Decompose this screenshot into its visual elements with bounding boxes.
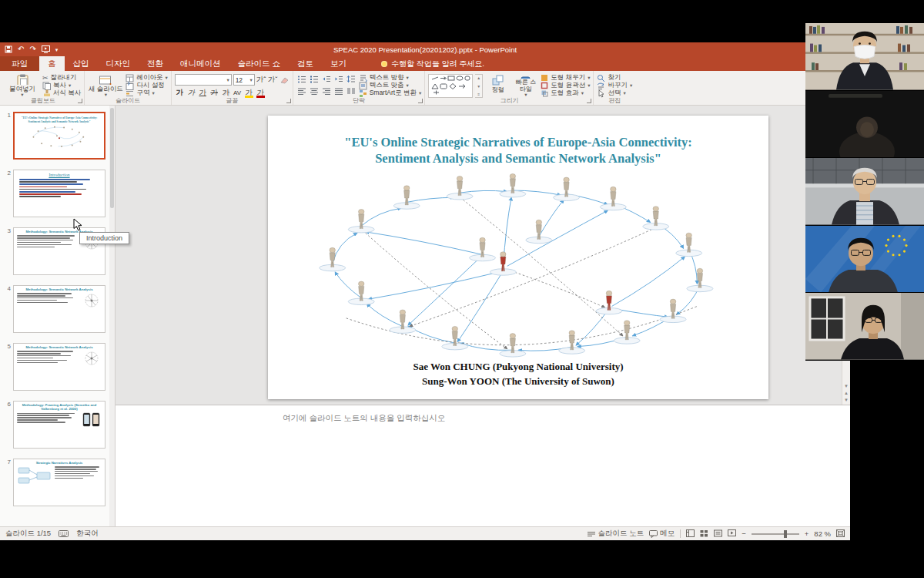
participant-4-webcam xyxy=(805,226,924,293)
slide-thumbnail-1[interactable]: 1 "EU's Online Strategic Narratives of E… xyxy=(3,112,105,160)
tell-me-label: 수행할 작업을 알려 주세요. xyxy=(391,59,484,69)
slide-authors: Sae Won CHUNG (Pukyong National Universi… xyxy=(268,360,768,389)
comments-button[interactable]: 메모 xyxy=(649,529,675,539)
quick-styles-button[interactable]: 빠른 스타일▾ xyxy=(513,72,538,96)
tab-home[interactable]: 홈 xyxy=(39,56,65,71)
save-icon[interactable] xyxy=(5,45,12,53)
ribbon: 붙여넣기▾ ✂잘라내기 복사▾ 서식 복사 클립보드 새 슬라이드▾ 레이아웃▾… xyxy=(0,71,850,106)
clear-format-button[interactable] xyxy=(280,75,290,85)
shape-outline-icon xyxy=(541,82,548,89)
thumbnail-scrollbar[interactable] xyxy=(109,106,115,526)
participant-video-4[interactable] xyxy=(805,226,924,294)
font-dialog-launcher[interactable] xyxy=(286,99,291,103)
notes-toggle-button[interactable]: 슬라이드 노트 xyxy=(587,529,644,539)
tab-design[interactable]: 디자인 xyxy=(98,56,139,71)
editing-group: 찾기 바꾸기▾ 선택▾ 편집 xyxy=(594,71,635,105)
zoom-in-button[interactable]: + xyxy=(805,529,809,538)
new-slide-button[interactable]: 새 슬라이드▾ xyxy=(88,72,123,96)
clipboard-group: 붙여넣기▾ ✂잘라내기 복사▾ 서식 복사 클립보드 xyxy=(2,71,85,105)
slide-editing-area[interactable]: "EU's Online Strategic Narratives of Eur… xyxy=(268,116,768,399)
mini-network-blob xyxy=(82,292,102,309)
zoom-out-button[interactable]: − xyxy=(742,529,746,538)
shape-gallery-scroll[interactable]: ▲▼≡ xyxy=(475,74,483,98)
slide-canvas: "EU's Online Strategic Narratives of Eur… xyxy=(116,106,850,405)
notes-pane[interactable]: 여기에 슬라이드 노트의 내용을 입력하십시오 xyxy=(116,405,850,526)
mouse-cursor xyxy=(73,218,82,232)
paragraph-dialog-launcher[interactable] xyxy=(418,99,423,103)
font-name-combo[interactable]: ▾ xyxy=(175,74,232,86)
fit-to-window-button[interactable] xyxy=(836,529,845,539)
slide-thumbnail-2[interactable]: 2 Introduction xyxy=(3,170,105,217)
align-right-button[interactable] xyxy=(321,86,332,96)
zoom-slider-thumb[interactable] xyxy=(784,530,787,538)
participant-video-1[interactable] xyxy=(805,23,924,91)
thumbnail-tooltip: Introduction xyxy=(79,232,129,244)
tab-view[interactable]: 보기 xyxy=(322,56,355,71)
tab-insert[interactable]: 삽입 xyxy=(65,56,98,71)
paste-button[interactable]: 붙여넣기▾ xyxy=(5,72,40,96)
thumbnail-number: 2 xyxy=(3,170,11,217)
font-group-label: 글꼴 xyxy=(172,96,293,105)
clipboard-dialog-launcher[interactable] xyxy=(78,99,82,103)
font-size-combo[interactable]: 12▾ xyxy=(233,74,255,86)
bullets-button[interactable] xyxy=(296,74,307,84)
text-lines xyxy=(17,350,79,363)
zoom-percent[interactable]: 82 % xyxy=(814,529,831,538)
align-left-button[interactable] xyxy=(296,86,307,96)
tab-animations[interactable]: 애니메이션 xyxy=(172,56,229,71)
thumbnail-number: 1 xyxy=(3,112,11,160)
slide-thumbnail-6[interactable]: 6 Methodology: Framing Analysis (Semetko… xyxy=(3,401,105,449)
arrange-button[interactable]: 정렬 xyxy=(485,72,511,96)
tab-transitions[interactable]: 전환 xyxy=(139,56,172,71)
text-lines xyxy=(17,292,79,303)
scroll-down-icon[interactable]: ▼ xyxy=(844,384,849,388)
participant-video-5[interactable] xyxy=(805,293,924,361)
slide-thumbnail-4[interactable]: 4 Methodology: Semantic Network Analysis xyxy=(3,285,105,333)
align-center-button[interactable] xyxy=(309,86,320,96)
slide-sorter-view-button[interactable] xyxy=(700,529,708,539)
numbering-button[interactable] xyxy=(309,74,320,84)
grow-font-button[interactable]: 가ˆ xyxy=(256,75,266,85)
shrink-font-button[interactable]: 가ˇ xyxy=(268,75,278,85)
drawing-dialog-launcher[interactable] xyxy=(587,99,591,103)
font-group: ▾ 12▾ 가ˆ 가ˇ 가 가 가 가 가 AV 가 가 xyxy=(172,71,293,105)
slide-thumbnail-7[interactable]: 7 Strategic Narratives Analysis xyxy=(3,459,105,506)
lightbulb-icon xyxy=(381,61,387,67)
slideshow-view-button[interactable] xyxy=(728,529,736,539)
powerpoint-window: ↶ ↷ ▾ SPEAC 2020 Presentation(20201202).… xyxy=(0,42,850,540)
next-slide-icon[interactable]: ▼ xyxy=(844,398,849,402)
participant-5-webcam xyxy=(805,293,924,360)
tab-slideshow[interactable]: 슬라이드 쇼 xyxy=(229,56,289,71)
columns-button[interactable] xyxy=(346,86,357,96)
tab-review[interactable]: 검토 xyxy=(289,56,322,71)
justify-button[interactable] xyxy=(333,86,344,96)
qat-dropdown-icon[interactable]: ▾ xyxy=(55,47,59,52)
reading-view-button[interactable] xyxy=(714,529,722,539)
shape-gallery[interactable] xyxy=(428,74,473,98)
line-spacing-button[interactable] xyxy=(346,74,357,84)
normal-view-button[interactable] xyxy=(686,529,695,539)
keyboard-icon xyxy=(59,530,69,537)
start-slideshow-icon[interactable] xyxy=(42,45,50,53)
language-indicator[interactable]: 한국어 xyxy=(76,529,99,539)
slide-thumbnail-5[interactable]: 5 Methodology: Semantic Network Analysis xyxy=(3,343,105,391)
undo-icon[interactable]: ↶ xyxy=(18,45,24,53)
increase-indent-button[interactable] xyxy=(333,74,344,84)
previous-slide-icon[interactable]: ▲ xyxy=(844,391,849,395)
file-tab[interactable]: 파일 xyxy=(0,56,39,71)
thumbnail-number: 6 xyxy=(3,401,11,449)
mini-network-image xyxy=(19,124,99,149)
participant-3-webcam xyxy=(805,158,924,225)
mini-network-blob xyxy=(82,350,102,367)
participant-video-2[interactable] xyxy=(805,91,924,159)
thumbnail-number: 7 xyxy=(3,459,11,506)
tell-me-box[interactable]: 수행할 작업을 알려 주세요. xyxy=(375,56,490,71)
paste-icon xyxy=(15,74,30,85)
notes-placeholder[interactable]: 여기에 슬라이드 노트의 내용을 입력하십시오 xyxy=(283,413,445,424)
redo-icon[interactable]: ↷ xyxy=(29,45,35,53)
window-title: SPEAC 2020 Presentation(20201202).pptx -… xyxy=(116,45,735,54)
scissors-icon: ✂ xyxy=(42,74,49,82)
participant-video-3[interactable] xyxy=(805,158,924,226)
decrease-indent-button[interactable] xyxy=(321,74,332,84)
zoom-slider[interactable] xyxy=(752,533,799,535)
